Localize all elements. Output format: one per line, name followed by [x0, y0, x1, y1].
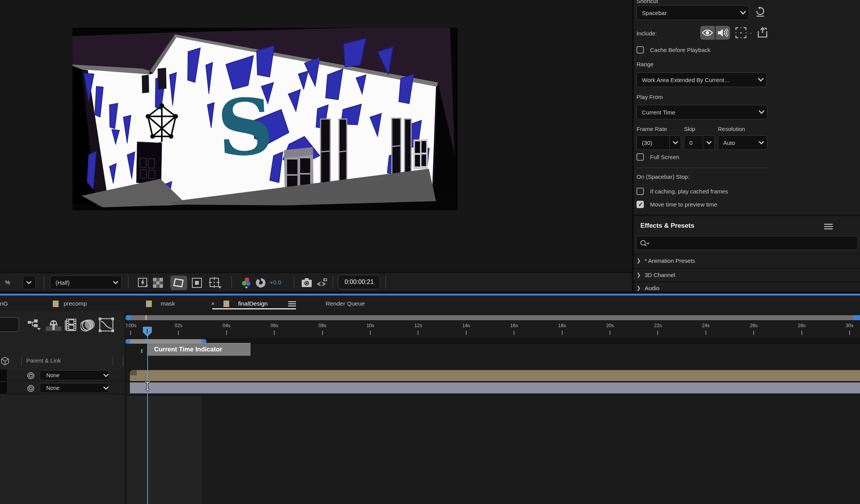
columns-header: Parent & Link: [0, 354, 125, 369]
effects-search-input[interactable]: [636, 236, 858, 250]
fx-group-audio[interactable]: ❯ Audio: [637, 285, 659, 291]
play-from-dropdown-value: Current Time: [637, 109, 756, 116]
include-export-icon[interactable]: [756, 26, 769, 39]
include-video-eye-icon[interactable]: [700, 26, 715, 40]
current-time-indicator-line[interactable]: [147, 335, 148, 504]
mask-visibility-icon[interactable]: [170, 276, 187, 290]
graph-editor-icon[interactable]: [98, 318, 115, 332]
pickwhip-icon[interactable]: [26, 384, 35, 393]
tab-precomp[interactable]: precomp: [64, 296, 87, 311]
list-separator: [634, 268, 860, 269]
motion-blur-icon[interactable]: [80, 318, 96, 332]
parent-link-column-header[interactable]: Parent & Link: [26, 357, 61, 364]
fast-previews-icon[interactable]: [137, 277, 149, 289]
tab-truncated[interactable]: nG: [0, 296, 8, 311]
reset-icon[interactable]: [754, 5, 766, 18]
composition-viewport[interactable]: S: [72, 28, 458, 210]
active-tab-underline: [212, 308, 296, 309]
show-snapshot-eye-icon[interactable]: [316, 277, 329, 289]
play-from-dropdown[interactable]: Current Time: [637, 105, 768, 119]
transparency-grid-icon[interactable]: [152, 277, 164, 289]
frame-blending-icon[interactable]: [63, 318, 79, 332]
parent-dropdown[interactable]: None: [40, 383, 109, 393]
layer-color-chip[interactable]: [0, 370, 7, 381]
comp-color-chip: [53, 301, 59, 307]
magnification-dropdown[interactable]: [23, 276, 36, 289]
scrollbar-thumb[interactable]: [131, 315, 853, 320]
timecode-display[interactable]: 0:00:00:21: [338, 275, 380, 289]
column-divider[interactable]: [113, 356, 113, 366]
shy-layers-icon[interactable]: [45, 318, 62, 332]
skip-dropdown[interactable]: 0: [684, 135, 715, 150]
resolution-preview-dropdown[interactable]: Auto: [718, 135, 768, 150]
resolution-dropdown[interactable]: (Half): [50, 276, 122, 289]
pickwhip-icon[interactable]: [26, 371, 35, 380]
cache-before-playback-label: Cache Before Playback: [650, 47, 711, 53]
column-divider[interactable]: [123, 356, 123, 366]
include-audio-speaker-icon[interactable]: [716, 26, 730, 40]
range-label: Range: [637, 61, 653, 67]
viewer-toolbar: % (Half): [0, 272, 632, 292]
include-overlays-icon[interactable]: [735, 27, 747, 39]
3d-cube-icon[interactable]: [1, 357, 9, 365]
layer-row[interactable]: None: [0, 382, 125, 394]
cache-before-playback-checkbox[interactable]: [637, 46, 644, 54]
layer-duration-bar-2[interactable]: [130, 382, 860, 393]
full-screen-checkbox[interactable]: [637, 153, 644, 161]
fx-group-animation-presets[interactable]: ❯ * Animation Presets: [637, 257, 695, 264]
timeline-horizontal-scrollbar[interactable]: [125, 315, 860, 320]
grid-guides-icon[interactable]: [208, 277, 223, 289]
chevron-down-icon: [756, 141, 767, 144]
range-dropdown[interactable]: Work Area Extended By Current…: [637, 72, 767, 87]
tooltip: Current Time Indicator: [148, 343, 250, 356]
resolution-preview-value: Auto: [718, 139, 756, 146]
shortcut-dropdown[interactable]: Spacebar: [637, 5, 749, 20]
channel-rgb-icon[interactable]: [240, 276, 252, 289]
current-time-field[interactable]: [0, 317, 19, 332]
layer-row[interactable]: None: [0, 370, 125, 381]
skip-value: 0: [684, 139, 703, 146]
include-label: Include:: [637, 30, 657, 37]
fx-group-3d-channel[interactable]: ❯ 3D Channel: [637, 272, 675, 278]
chevron-right-icon: ❯: [637, 285, 641, 291]
chevron-down-icon: [23, 281, 35, 284]
exposure-icon[interactable]: [255, 277, 267, 289]
comp-viewport-scene: S: [72, 28, 458, 210]
frame-rate-dropdown[interactable]: (30): [637, 135, 681, 150]
chevron-down-icon: [703, 136, 714, 150]
parent-dropdown[interactable]: None: [40, 370, 109, 380]
layer-color-chip[interactable]: [0, 382, 7, 393]
fx-group-label: * Animation Presets: [645, 257, 695, 264]
app-window: S: [0, 0, 860, 504]
panel-menu-hamburger-icon[interactable]: [823, 223, 833, 230]
layer-duration-bar-1[interactable]: [130, 370, 860, 381]
tab-render-queue[interactable]: Render Queue: [326, 296, 365, 311]
chevron-down-icon: [756, 110, 767, 114]
search-icon: [640, 240, 650, 247]
columns-tracks-divider[interactable]: [125, 311, 126, 504]
scrollbar-left-handle[interactable]: [125, 315, 131, 320]
snapshot-camera-icon[interactable]: [301, 277, 313, 289]
work-area-start-handle[interactable]: [125, 339, 130, 344]
toolbar-divider: [385, 276, 386, 289]
play-from-label: Play From: [637, 94, 663, 100]
exposure-value[interactable]: +0.0: [270, 273, 281, 292]
timecode-value: 0:00:00:21: [344, 279, 374, 286]
comp-color-chip: [223, 301, 229, 307]
comp-mini-flowchart-icon[interactable]: [27, 318, 42, 331]
skip-label: Skip: [684, 126, 695, 132]
toolbar-divider: [231, 276, 232, 289]
full-screen-label: Full Screen: [650, 154, 679, 160]
toolbar-divider: [294, 276, 294, 289]
tab-menu-hamburger-icon[interactable]: [287, 301, 297, 307]
panel-divider[interactable]: [632, 0, 634, 292]
move-time-checkbox[interactable]: [637, 201, 644, 208]
text-cursor: [144, 381, 151, 393]
column-divider[interactable]: [21, 356, 22, 366]
chevron-down-icon: [103, 385, 109, 391]
scrollbar-right-handle[interactable]: [853, 315, 860, 320]
tab-mask[interactable]: mask: [161, 296, 175, 311]
chevron-down-icon: [755, 78, 766, 82]
if-caching-checkbox[interactable]: [637, 188, 644, 195]
region-of-interest-icon[interactable]: [191, 277, 203, 289]
